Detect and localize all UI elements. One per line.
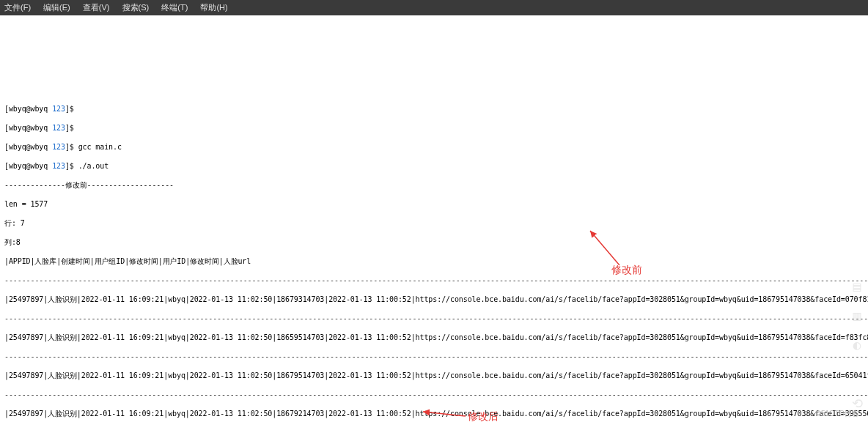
annotation-before-label: 修改前 <box>611 264 642 277</box>
menu-search[interactable]: 搜索(S) <box>122 3 150 12</box>
divider-line: ----------------------------------------… <box>4 275 864 285</box>
watermark-text: ©51CTO博客 <box>816 409 859 419</box>
prompt-line: [wbyq@wbyq 123]$ <box>4 104 864 114</box>
data-row: |25497897|人脸识别|2022-01-11 16:09:21|wbyq|… <box>4 295 864 304</box>
len-line: len = 1577 <box>4 199 864 209</box>
cols-line: 列:8 <box>4 237 864 247</box>
columns-header: |APPID|人脸库|创建时间|用户组ID|修改时间|用户ID|修改时间|人脸u… <box>4 256 864 266</box>
menu-file[interactable]: 文件(F) <box>4 3 31 12</box>
blank-line <box>4 85 864 95</box>
prompt-line: [wbyq@wbyq 123]$ <box>4 123 864 133</box>
prompt-path: 123 <box>52 162 65 170</box>
menu-view[interactable]: 查看(V) <box>83 3 110 12</box>
prompt-line: [wbyq@wbyq 123]$ gcc main.c <box>4 142 864 152</box>
divider-line: ----------------------------------------… <box>4 390 864 399</box>
menu-terminal[interactable]: 终端(T) <box>161 3 188 12</box>
terminal-output[interactable]: [wbyq@wbyq 123]$ [wbyq@wbyq 123]$ [wbyq@… <box>0 15 868 422</box>
prompt-line: [wbyq@wbyq 123]$ ./a.out <box>4 161 864 171</box>
command-text: gcc main.c <box>74 143 122 151</box>
menu-edit[interactable]: 编辑(E) <box>43 3 70 12</box>
rows-line: 行: 7 <box>4 218 864 228</box>
menubar: 文件(F) 编辑(E) 查看(V) 搜索(S) 终端(T) 帮助(H) <box>0 0 868 15</box>
divider-line: ----------------------------------------… <box>4 352 864 361</box>
blank-line <box>4 47 864 56</box>
blank-line <box>4 66 864 75</box>
prompt-path: 123 <box>52 143 65 151</box>
data-row: |25497897|人脸识别|2022-01-11 16:09:21|wbyq|… <box>4 409 864 418</box>
data-row: |25497897|人脸识别|2022-01-11 16:09:21|wbyq|… <box>4 333 864 342</box>
divider-line: ----------------------------------------… <box>4 314 864 323</box>
section-header-before: --------------修改前-------------------- <box>4 180 864 190</box>
prompt-path: 123 <box>52 124 65 132</box>
data-row: |25497897|人脸识别|2022-01-11 16:09:21|wbyq|… <box>4 371 864 380</box>
tool-icon[interactable]: ✎ <box>849 366 865 382</box>
prompt-path: 123 <box>52 105 65 113</box>
tool-icon[interactable]: ▤ <box>849 278 865 295</box>
floating-toolbar: ▤ ▥ ◐ ✎ ⟲ ⤢ <box>849 278 865 422</box>
command-text: ./a.out <box>74 162 108 170</box>
tool-icon[interactable]: ▥ <box>849 308 865 324</box>
tool-icon[interactable]: ◐ <box>849 337 865 353</box>
menu-help[interactable]: 帮助(H) <box>200 3 227 12</box>
blank-line <box>4 28 864 37</box>
annotation-after-label: 修改后 <box>468 410 499 422</box>
